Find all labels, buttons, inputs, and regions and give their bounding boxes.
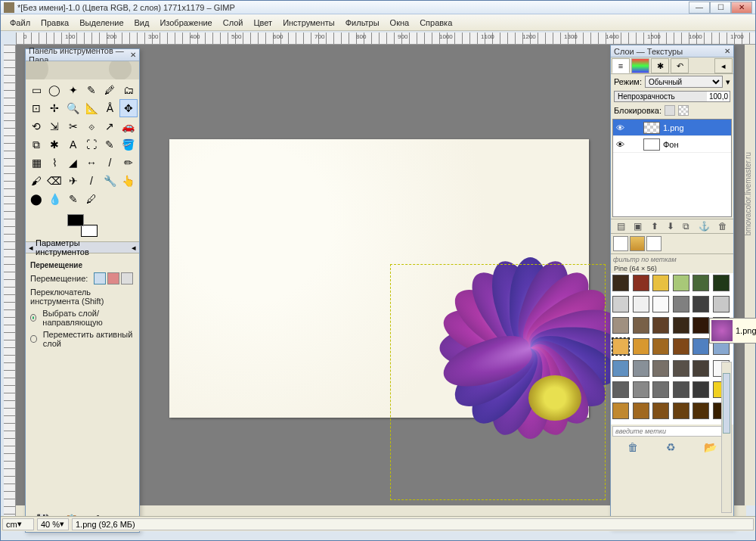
tool-3[interactable]: ✎ bbox=[82, 81, 101, 99]
texture-swatch[interactable] bbox=[612, 296, 629, 312]
tool-25[interactable]: ⌇ bbox=[45, 154, 64, 172]
texture-swatch[interactable] bbox=[673, 403, 689, 419]
tool-11[interactable]: ✥ bbox=[119, 99, 138, 117]
lock-alpha-icon[interactable] bbox=[678, 105, 689, 116]
menu-view[interactable]: Вид bbox=[130, 17, 154, 29]
tool-34[interactable]: 🔧 bbox=[101, 172, 119, 190]
texture-swatch[interactable] bbox=[692, 317, 709, 334]
scrollbar-vertical[interactable] bbox=[745, 45, 755, 505]
tool-28[interactable]: / bbox=[101, 154, 119, 172]
tool-2[interactable]: ✦ bbox=[64, 81, 82, 99]
tool-options-title[interactable]: ◂ Параметры инструментов ◂ bbox=[26, 241, 139, 253]
texture-filter-input[interactable] bbox=[611, 255, 733, 264]
tool-8[interactable]: 🔍 bbox=[64, 99, 82, 117]
texture-swatch[interactable] bbox=[673, 317, 689, 334]
texture-swatch[interactable] bbox=[713, 296, 730, 312]
tool-7[interactable]: ✢ bbox=[45, 99, 64, 117]
tool-1[interactable]: ◯ bbox=[45, 81, 64, 99]
color-swatches[interactable] bbox=[26, 210, 139, 241]
visibility-icon[interactable]: 👁 bbox=[613, 123, 627, 132]
tool-26[interactable]: ◢ bbox=[64, 154, 82, 172]
texture-swatch[interactable] bbox=[692, 381, 709, 398]
texture-swatch[interactable] bbox=[612, 317, 629, 334]
texture-swatch[interactable] bbox=[673, 381, 689, 398]
tool-13[interactable]: ⇲ bbox=[45, 117, 64, 135]
tool-33[interactable]: / bbox=[82, 172, 101, 190]
tool-19[interactable]: ✱ bbox=[45, 135, 64, 154]
tool-27[interactable]: ↔ bbox=[82, 154, 101, 172]
tab-channels-icon[interactable] bbox=[631, 58, 649, 73]
move-mode-path[interactable] bbox=[121, 272, 133, 284]
texture-swatch[interactable] bbox=[692, 338, 709, 355]
unit-select[interactable]: cm▾ bbox=[2, 518, 34, 530]
tool-5[interactable]: 🗂 bbox=[119, 81, 138, 99]
texture-swatch[interactable] bbox=[652, 275, 669, 291]
tool-32[interactable]: ✈ bbox=[64, 172, 82, 190]
radio-pick-layer[interactable] bbox=[30, 314, 36, 322]
texture-swatch[interactable] bbox=[692, 296, 709, 312]
new-layer-icon[interactable]: ▤ bbox=[617, 221, 625, 232]
mode-select[interactable]: Обычный bbox=[645, 76, 723, 88]
tool-0[interactable]: ▭ bbox=[27, 81, 45, 99]
tool-12[interactable]: ⟲ bbox=[27, 117, 45, 135]
texture-tags-input[interactable] bbox=[612, 426, 732, 437]
lock-pixels-icon[interactable] bbox=[665, 105, 675, 116]
opacity-slider[interactable]: Непрозрачность 100,0 bbox=[614, 91, 730, 102]
mode-dropdown-icon[interactable]: ▾ bbox=[726, 77, 730, 87]
tab-menu-icon[interactable]: ◂ bbox=[714, 58, 733, 73]
layer-item[interactable]: 👁Фон bbox=[613, 136, 731, 153]
tool-31[interactable]: ⌫ bbox=[45, 172, 64, 190]
texture-swatch[interactable] bbox=[612, 338, 629, 355]
tool-18[interactable]: ⧉ bbox=[27, 135, 45, 154]
layer-up-icon[interactable]: ⬆ bbox=[651, 221, 658, 232]
visibility-icon[interactable]: 👁 bbox=[613, 140, 627, 149]
radio-move-active[interactable] bbox=[30, 335, 37, 343]
tab-paths-icon[interactable]: ✱ bbox=[651, 58, 669, 73]
texture-swatch[interactable] bbox=[633, 338, 649, 355]
texture-swatch[interactable] bbox=[652, 403, 669, 419]
layers-close-icon[interactable]: ✕ bbox=[724, 47, 730, 55]
background-color-swatch[interactable] bbox=[81, 225, 98, 237]
tool-38[interactable]: ✎ bbox=[64, 190, 82, 208]
texture-swatch[interactable] bbox=[612, 275, 629, 291]
menu-layer[interactable]: Слой bbox=[218, 17, 248, 29]
texture-refresh-icon[interactable]: ♻ bbox=[666, 441, 676, 453]
tool-23[interactable]: 🪣 bbox=[119, 135, 138, 154]
texture-swatch[interactable] bbox=[633, 360, 649, 377]
menu-file[interactable]: Файл bbox=[5, 17, 35, 29]
texture-swatch[interactable] bbox=[652, 360, 669, 377]
tool-4[interactable]: 🖉 bbox=[101, 81, 119, 99]
texture-swatch[interactable] bbox=[633, 296, 649, 312]
tab-undo-icon[interactable]: ↶ bbox=[671, 58, 689, 73]
texture-swatch[interactable] bbox=[692, 403, 709, 419]
tool-35[interactable]: 👆 bbox=[119, 172, 138, 190]
texture-swatch[interactable] bbox=[612, 381, 629, 398]
texture-swatch[interactable] bbox=[633, 317, 649, 334]
texture-view-large[interactable] bbox=[646, 236, 662, 251]
maximize-button[interactable]: ☐ bbox=[710, 2, 731, 14]
texture-swatch[interactable] bbox=[652, 381, 669, 398]
texture-swatch[interactable] bbox=[713, 275, 730, 291]
texture-swatch[interactable] bbox=[652, 338, 669, 355]
menu-edit[interactable]: Правка bbox=[36, 17, 73, 29]
anchor-layer-icon[interactable]: ⚓ bbox=[699, 221, 710, 232]
texture-swatch[interactable] bbox=[692, 275, 709, 291]
menu-windows[interactable]: Окна bbox=[386, 17, 414, 29]
layer-down-icon[interactable]: ⬇ bbox=[667, 221, 674, 232]
tool-20[interactable]: A bbox=[64, 135, 82, 154]
tool-17[interactable]: 🚗 bbox=[119, 117, 138, 135]
texture-view-small[interactable] bbox=[613, 236, 628, 251]
tool-37[interactable]: 💧 bbox=[45, 190, 64, 208]
zoom-select[interactable]: 40 %▾ bbox=[37, 518, 69, 530]
texture-swatch[interactable] bbox=[633, 275, 649, 291]
texture-swatch[interactable] bbox=[652, 296, 669, 312]
texture-delete-icon[interactable]: 🗑 bbox=[627, 441, 638, 453]
tab-layers-icon[interactable]: ≡ bbox=[612, 58, 630, 73]
duplicate-layer-icon[interactable]: ⧉ bbox=[683, 221, 689, 232]
tool-30[interactable]: 🖌 bbox=[27, 172, 45, 190]
texture-swatch[interactable] bbox=[673, 296, 689, 312]
tool-16[interactable]: ↗ bbox=[101, 117, 119, 135]
tool-6[interactable]: ⊡ bbox=[27, 99, 45, 117]
tool-29[interactable]: ✏ bbox=[119, 154, 138, 172]
tool-15[interactable]: ⟐ bbox=[82, 117, 101, 135]
